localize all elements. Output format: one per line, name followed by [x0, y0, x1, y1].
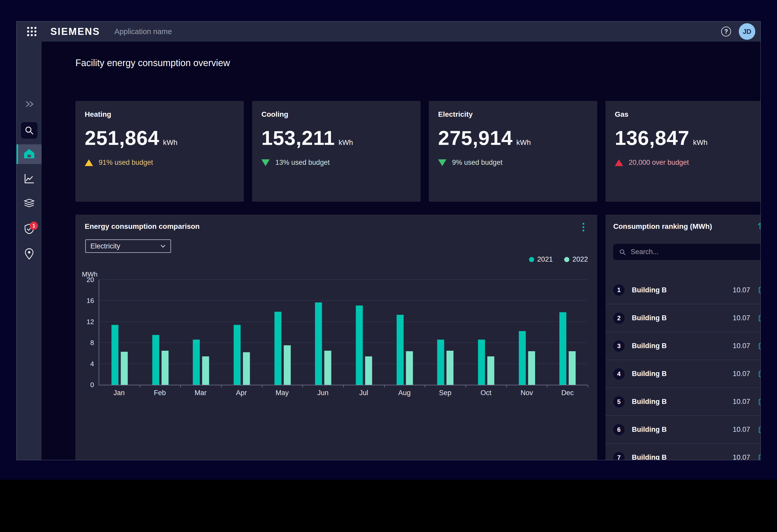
month-slot-sep	[425, 280, 466, 385]
sort-icon[interactable]	[757, 221, 761, 232]
external-link-icon[interactable]	[758, 286, 761, 294]
top-bar: SIEMENS Application name ? JD	[16, 21, 761, 41]
bar-2021-aug	[397, 315, 404, 385]
sidebar-item-analytics[interactable]	[16, 169, 41, 189]
energy-type-dropdown[interactable]: Electricity	[85, 239, 171, 253]
application-name: Application name	[114, 27, 172, 36]
x-tick	[588, 385, 588, 387]
line-chart-icon	[24, 173, 34, 185]
kpi-label: Heating	[85, 110, 235, 119]
rank-number-badge: 3	[613, 341, 625, 352]
sidebar: 1	[16, 41, 41, 460]
ranking-row-3[interactable]: 3Building B10.07	[605, 332, 761, 360]
legend-item-2021[interactable]: 2021	[529, 255, 553, 263]
kpi-value: 136,847	[615, 126, 689, 150]
ranking-row-6[interactable]: 6Building B10.07	[605, 415, 761, 443]
month-slot-dec	[547, 280, 588, 385]
sidebar-item-home[interactable]	[16, 144, 41, 164]
kpi-card-gas: Gas136,847kWh20,000 over budget	[605, 101, 761, 202]
y-tick-label: 12	[79, 318, 94, 326]
building-name: Building B	[632, 314, 733, 322]
rank-number-badge: 2	[613, 312, 625, 324]
ranking-row-1[interactable]: 1Building B10.07	[605, 276, 761, 304]
consumption-value: 10.07	[733, 314, 750, 322]
external-link-icon[interactable]	[758, 370, 761, 378]
bar-2022-sep	[447, 351, 454, 385]
ranking-row-2[interactable]: 2Building B10.07	[605, 304, 761, 332]
search-icon	[21, 122, 37, 139]
app-launcher-button[interactable]	[26, 26, 37, 37]
external-link-icon[interactable]	[758, 453, 761, 460]
chart-legend: 20212022	[529, 255, 588, 263]
rank-number-badge: 1	[613, 284, 625, 296]
legend-dot	[529, 257, 534, 262]
bar-2022-dec	[569, 351, 576, 385]
y-tick-label: 4	[79, 360, 94, 368]
ranking-row-5[interactable]: 5Building B10.07	[605, 388, 761, 415]
avatar[interactable]: JD	[739, 23, 755, 40]
x-axis-label-jul: Jul	[343, 389, 384, 397]
x-axis-labels: JanFebMarAprMayJunJulAugSepOctNovDec	[99, 389, 588, 397]
sidebar-collapse[interactable]	[16, 95, 41, 114]
x-tick	[547, 385, 547, 387]
external-link-icon[interactable]	[758, 398, 761, 406]
kpi-card-cooling: Cooling153,211kWh13% used budget	[252, 101, 421, 202]
rank-number-badge: 6	[613, 424, 625, 435]
x-tick	[180, 385, 181, 387]
legend-label: 2022	[572, 255, 588, 263]
x-axis-label-jun: Jun	[303, 389, 343, 397]
kpi-unit: kWh	[516, 138, 531, 147]
triangle-down-icon	[438, 159, 446, 166]
x-tick	[384, 385, 384, 387]
siemens-logo: SIEMENS	[50, 26, 100, 37]
external-link-icon[interactable]	[758, 426, 761, 434]
search-input[interactable]	[631, 248, 761, 256]
y-tick-label: 0	[79, 381, 94, 389]
help-button[interactable]: ?	[721, 27, 731, 36]
main-content: Facility energy consumption overview Hea…	[41, 41, 761, 460]
consumption-value: 10.07	[733, 342, 750, 350]
bar-2022-aug	[406, 351, 413, 385]
ranking-row-7[interactable]: 7Building B10.07	[605, 443, 761, 460]
y-tick-label: 8	[79, 339, 94, 347]
consumption-value: 10.07	[733, 426, 750, 434]
search-icon	[619, 248, 626, 256]
building-name: Building B	[632, 286, 733, 294]
month-slot-oct	[466, 280, 507, 385]
bar-2022-jan	[121, 352, 128, 385]
layers-icon	[24, 198, 35, 210]
kpi-card-row: Heating251,864kWh91% used budgetCooling1…	[76, 101, 761, 202]
ranking-row-4[interactable]: 4Building B10.07	[605, 360, 761, 388]
bar-2022-jul	[365, 356, 372, 385]
month-slot-feb	[140, 280, 181, 385]
home-icon	[23, 148, 35, 160]
x-tick	[343, 385, 344, 387]
kpi-unit: kWh	[163, 138, 178, 147]
kpi-value: 153,211	[261, 126, 335, 150]
x-tick	[262, 385, 262, 387]
kpi-unit: kWh	[693, 138, 707, 147]
kebab-menu-icon[interactable]	[578, 221, 588, 233]
x-axis-label-oct: Oct	[465, 389, 506, 397]
external-link-icon[interactable]	[758, 314, 761, 322]
sidebar-item-compliance[interactable]: 1	[16, 220, 41, 239]
x-tick	[465, 385, 466, 387]
bar-2021-apr	[233, 325, 240, 385]
external-link-icon[interactable]	[758, 342, 761, 350]
sidebar-item-location[interactable]	[16, 245, 41, 264]
sidebar-item-search[interactable]	[16, 121, 41, 140]
sidebar-item-layers[interactable]	[16, 194, 41, 214]
x-tick	[425, 385, 425, 387]
bar-2022-nov	[528, 351, 535, 385]
month-slot-jul	[344, 280, 384, 385]
bar-2021-sep	[437, 340, 444, 385]
x-tick	[303, 385, 303, 387]
triangle-up-icon	[85, 159, 93, 166]
legend-item-2022[interactable]: 2022	[564, 255, 588, 263]
month-slot-jun	[303, 280, 344, 385]
chevron-down-icon	[160, 244, 166, 248]
kpi-label: Electricity	[438, 110, 588, 119]
bar-2021-mar	[193, 340, 200, 385]
month-slot-apr	[221, 280, 262, 385]
month-slot-nov	[507, 280, 547, 385]
